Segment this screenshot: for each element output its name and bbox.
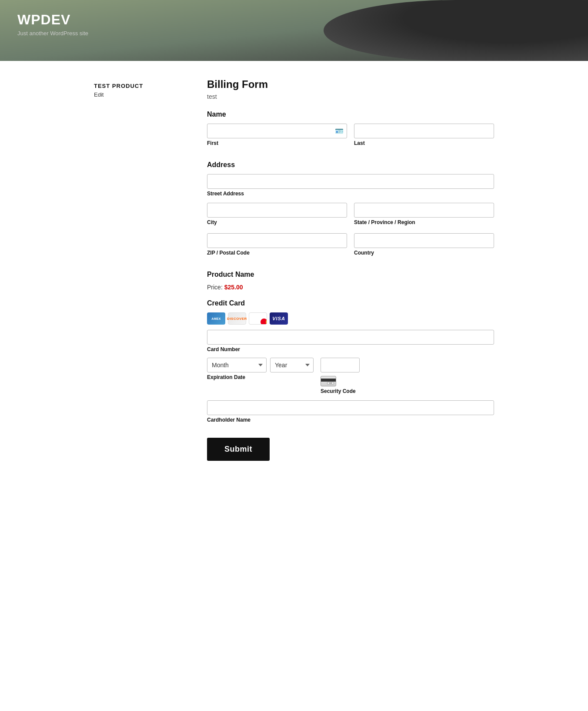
discover-icon: DISCOVER [228, 312, 246, 325]
cardholder-name-group: Cardholder Name [207, 400, 494, 423]
price-value: $25.00 [224, 284, 243, 291]
zip-label: ZIP / Postal Code [207, 250, 347, 256]
submit-button[interactable]: Submit [207, 438, 270, 461]
contact-icon: 🪪 [335, 127, 344, 135]
site-header: WPDEV Just another WordPress site [0, 0, 588, 61]
city-input[interactable] [207, 203, 347, 218]
state-label: State / Province / Region [354, 219, 494, 225]
expiration-label: Expiration Date [207, 374, 314, 380]
security-code-input[interactable] [321, 358, 360, 372]
city-state-row: City State / Province / Region [207, 203, 494, 231]
product-name-section-label: Product Name [207, 271, 494, 278]
security-code-label: Security Code [321, 388, 360, 394]
zip-group: ZIP / Postal Code [207, 233, 347, 256]
address-section-label: Address [207, 161, 494, 169]
name-section-label: Name [207, 111, 494, 118]
credit-card-section-label: Credit Card [207, 299, 494, 307]
main-content: TEST PRODUCT Edit Billing Form test Name… [77, 61, 511, 478]
card-number-group: Card Number [207, 330, 494, 352]
site-title: WPDEV [17, 12, 88, 27]
billing-subtitle: test [207, 93, 494, 100]
site-tagline: Just another WordPress site [17, 30, 88, 37]
zip-input[interactable] [207, 233, 347, 248]
city-group: City [207, 203, 347, 225]
left-sidebar: TEST PRODUCT Edit [94, 78, 181, 461]
country-label: Country [354, 250, 494, 256]
state-input[interactable] [354, 203, 494, 218]
edit-link[interactable]: Edit [94, 91, 104, 98]
street-address-input[interactable] [207, 174, 494, 189]
cardholder-name-input[interactable] [207, 400, 494, 415]
last-name-group: Last [354, 124, 494, 146]
card-icons-row: AMEX DISCOVER VISA [207, 312, 494, 325]
last-name-input[interactable] [354, 124, 494, 138]
first-name-group: 🪪 First [207, 124, 347, 146]
amex-icon: AMEX [207, 312, 225, 325]
billing-form-title: Billing Form [207, 78, 494, 91]
product-title: TEST PRODUCT [94, 83, 181, 89]
name-row: 🪪 First Last [207, 124, 494, 152]
street-address-label: Street Address [207, 191, 494, 197]
state-group: State / Province / Region [354, 203, 494, 225]
form-area: Billing Form test Name 🪪 First Last Addr… [207, 78, 494, 461]
price-label: Price: [207, 284, 223, 291]
last-name-label: Last [354, 140, 494, 146]
card-number-input[interactable] [207, 330, 494, 345]
month-select[interactable]: Month 01 - January 02 - February 03 - Ma… [207, 358, 267, 372]
street-address-group: Street Address [207, 174, 494, 197]
price-row: Price: $25.00 [207, 284, 494, 291]
expiry-security-row: Month 01 - January 02 - February 03 - Ma… [207, 358, 494, 394]
cardholder-name-label: Cardholder Name [207, 417, 494, 423]
first-name-input[interactable] [207, 124, 347, 138]
expiry-selects: Month 01 - January 02 - February 03 - Ma… [207, 358, 314, 372]
security-input-wrap [321, 358, 360, 372]
visa-icon: VISA [270, 312, 288, 325]
expiry-group: Month 01 - January 02 - February 03 - Ma… [207, 358, 314, 380]
cvv-icon: 123 [321, 376, 336, 386]
country-group: United States United Kingdom Canada Coun… [354, 233, 494, 256]
mastercard-icon [249, 312, 267, 325]
year-select[interactable]: Year 2024 2025 2026 2027 2028 2029 2030 [270, 358, 314, 372]
city-label: City [207, 219, 347, 225]
country-select[interactable]: United States United Kingdom Canada [354, 233, 494, 248]
first-name-label: First [207, 140, 347, 146]
security-group: 123 Security Code [321, 358, 360, 394]
zip-country-row: ZIP / Postal Code United States United K… [207, 233, 494, 262]
card-number-label: Card Number [207, 346, 494, 352]
